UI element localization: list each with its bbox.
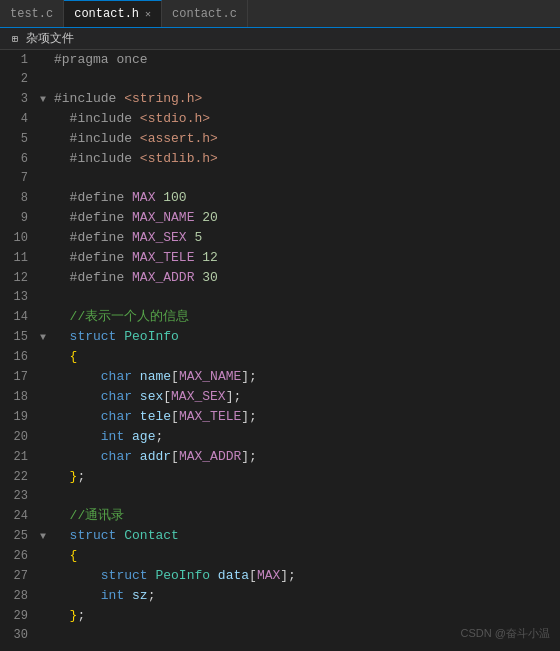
token-punctuation [54,449,101,464]
token-bracket-name: MAX [257,568,280,583]
token-punctuation [54,250,70,265]
editor-area[interactable]: 1#pragma once23▼#include <string.h>4 #in… [0,50,560,651]
code-content: int sz; [50,586,560,605]
tab-test-c[interactable]: test.c [0,0,64,27]
table-row: 22 }; [0,467,560,487]
token-punctuation [132,151,140,166]
line-number: 3 [0,90,36,109]
token-punctuation: ; [155,429,163,444]
token-macro-value: 100 [163,190,186,205]
tab-contact-c[interactable]: contact.c [162,0,248,27]
token-punctuation [124,250,132,265]
token-type-name: PeoInfo [155,568,210,583]
token-macro-name: MAX_SEX [132,230,187,245]
toolbar: ⊞ 杂项文件 [0,28,560,50]
table-row: 29 }; [0,606,560,626]
tab-label: contact.h [74,7,139,21]
token-kw-char: char [101,369,132,384]
line-number: 30 [0,626,36,645]
code-content: #include <stdio.h> [50,109,560,128]
code-content: #include <string.h> [50,89,560,108]
line-number: 22 [0,468,36,487]
table-row: 16 { [0,347,560,367]
token-punctuation [54,548,70,563]
code-content: { [50,546,560,565]
token-kw-int: int [101,429,124,444]
token-punctuation: ; [77,608,85,623]
token-type-name: PeoInfo [124,329,179,344]
token-punctuation [132,369,140,384]
token-brace: { [70,349,78,364]
token-punctuation [132,111,140,126]
code-content: #include <assert.h> [50,129,560,148]
token-punctuation [54,568,101,583]
token-kw-define: #define [70,270,125,285]
token-kw-struct: struct [70,329,117,344]
token-punctuation [54,210,70,225]
fold-indicator[interactable]: ▼ [36,90,50,109]
table-row: 10 #define MAX_SEX 5 [0,228,560,248]
table-row: 2 [0,70,560,89]
code-content: //通讯录 [50,506,560,525]
token-kw-preprocessor: #include [70,151,132,166]
token-kw-preprocessor: #pragma once [54,52,148,67]
token-macro-value: 30 [202,270,218,285]
token-punctuation [54,349,70,364]
table-row: 24 //通讯录 [0,506,560,526]
table-row: 20 int age; [0,427,560,447]
line-number: 28 [0,587,36,606]
table-row: 26 { [0,546,560,566]
table-row: 28 int sz; [0,586,560,606]
tab-label: contact.c [172,7,237,21]
line-number: 4 [0,110,36,129]
token-punctuation [124,588,132,603]
fold-indicator[interactable]: ▼ [36,328,50,347]
token-punctuation [132,449,140,464]
code-content: char name[MAX_NAME]; [50,367,560,386]
line-number: 27 [0,567,36,586]
token-punctuation [54,588,101,603]
tab-close-icon[interactable]: ✕ [145,8,151,20]
token-field-name: sz [132,588,148,603]
token-kw-define: #define [70,190,125,205]
token-punctuation [54,528,70,543]
code-content: #define MAX 100 [50,188,560,207]
token-punctuation [54,608,70,623]
tab-contact-h[interactable]: contact.h✕ [64,0,162,27]
line-number: 21 [0,448,36,467]
line-number: 16 [0,348,36,367]
token-field-name: age [132,429,155,444]
token-field-name: sex [140,389,163,404]
token-punctuation: ; [77,469,85,484]
line-number: 17 [0,368,36,387]
token-macro-value: 12 [202,250,218,265]
line-number: 20 [0,428,36,447]
table-row: 3▼#include <string.h> [0,89,560,109]
fold-indicator[interactable]: ▼ [36,527,50,546]
token-punctuation [54,151,70,166]
line-number: 8 [0,189,36,208]
table-row: 19 char tele[MAX_TELE]; [0,407,560,427]
token-type-name: Contact [124,528,179,543]
token-punctuation [132,131,140,146]
token-punctuation [54,409,101,424]
token-bracket-name: MAX_TELE [179,409,241,424]
table-row: 12 #define MAX_ADDR 30 [0,268,560,288]
token-punctuation: [ [163,389,171,404]
token-punctuation: ]; [280,568,296,583]
line-number: 2 [0,70,36,89]
token-punctuation: ]; [226,389,242,404]
code-content: #pragma once [50,50,560,69]
line-number: 6 [0,150,36,169]
token-punctuation: [ [249,568,257,583]
token-punctuation: [ [171,369,179,384]
token-punctuation [54,469,70,484]
line-number: 5 [0,130,36,149]
line-number: 13 [0,288,36,307]
token-punctuation [124,230,132,245]
token-punctuation [54,190,70,205]
token-punctuation [54,270,70,285]
token-punctuation [54,389,101,404]
token-punctuation [124,270,132,285]
watermark: CSDN @奋斗小温 [461,626,550,641]
